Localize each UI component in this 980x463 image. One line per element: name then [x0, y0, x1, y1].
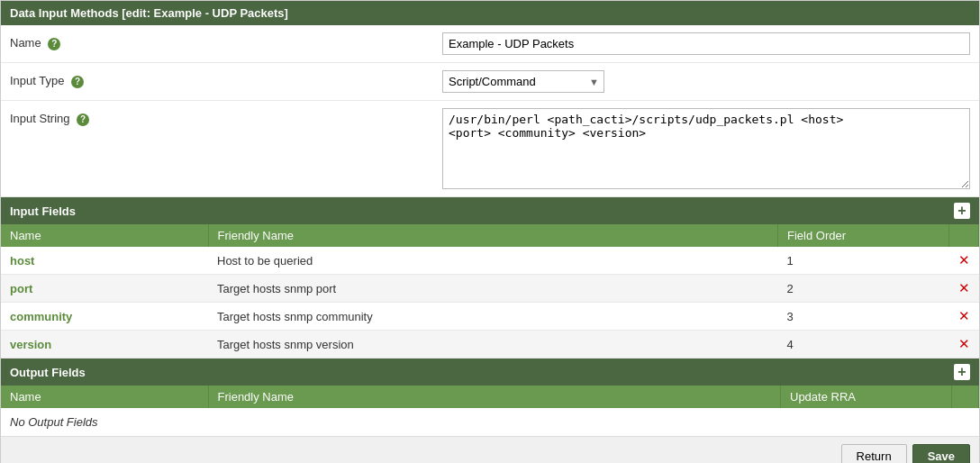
name-label: Name ? [10, 32, 442, 50]
field-name-cell: version [1, 331, 208, 359]
delete-field-button[interactable]: ✕ [958, 308, 970, 324]
col-friendly-header: Friendly Name [208, 224, 778, 247]
input-type-select-wrapper: Script/Command Script/Command (Indexed) … [442, 70, 604, 93]
field-friendly-cell: Target hosts snmp port [208, 275, 778, 303]
footer: Return Save [1, 436, 979, 463]
field-friendly-cell: Host to be queried [208, 247, 778, 275]
input-string-help-icon[interactable]: ? [77, 113, 89, 126]
input-string-label: Input String ? [10, 108, 442, 126]
out-col-action-header [952, 386, 979, 408]
field-order-cell: 3 [778, 303, 949, 331]
table-row: version Target hosts snmp version 4 ✕ [1, 331, 979, 359]
out-col-update-header: Update RRA [781, 386, 952, 408]
field-delete-cell: ✕ [949, 331, 979, 359]
delete-field-button[interactable]: ✕ [958, 280, 970, 296]
title-bar: Data Input Methods [edit: Example - UDP … [1, 1, 979, 25]
col-order-header: Field Order [778, 224, 949, 247]
table-row: community Target hosts snmp community 3 … [1, 303, 979, 331]
field-friendly-cell: Target hosts snmp version [208, 331, 778, 359]
field-name-cell: community [1, 303, 208, 331]
add-input-field-button[interactable]: + [954, 203, 970, 219]
delete-field-button[interactable]: ✕ [958, 252, 970, 268]
page-title: Data Input Methods [edit: Example - UDP … [10, 6, 288, 20]
input-fields-header: Input Fields + [1, 197, 979, 224]
add-output-field-button[interactable]: + [954, 364, 970, 380]
out-col-name-header: Name [1, 386, 208, 408]
field-delete-cell: ✕ [949, 303, 979, 331]
table-row: host Host to be queried 1 ✕ [1, 247, 979, 275]
field-delete-cell: ✕ [949, 247, 979, 275]
input-type-row: Input Type ? Script/Command Script/Comma… [1, 63, 979, 101]
col-action-header [949, 224, 979, 247]
field-order-cell: 2 [778, 275, 949, 303]
field-name-link[interactable]: host [10, 254, 34, 268]
field-name-link[interactable]: port [10, 282, 32, 295]
name-help-icon[interactable]: ? [48, 38, 60, 50]
field-name-cell: port [1, 275, 208, 303]
field-delete-cell: ✕ [949, 275, 979, 303]
field-order-cell: 4 [778, 331, 949, 359]
input-fields-table: Name Friendly Name Field Order host Host… [1, 224, 979, 359]
input-string-textarea[interactable]: /usr/bin/perl <path_cacti>/scripts/udp_p… [442, 108, 970, 189]
return-button[interactable]: Return [841, 444, 907, 463]
input-type-select[interactable]: Script/Command Script/Command (Indexed) … [442, 70, 604, 93]
input-fields-header-row: Name Friendly Name Field Order [1, 224, 979, 247]
field-name-cell: host [1, 247, 208, 275]
input-fields-title: Input Fields [10, 204, 76, 218]
field-friendly-cell: Target hosts snmp community [208, 303, 778, 331]
input-type-help-icon[interactable]: ? [71, 76, 84, 88]
delete-field-button[interactable]: ✕ [958, 336, 970, 352]
field-name-link[interactable]: community [10, 310, 72, 323]
table-row: port Target hosts snmp port 2 ✕ [1, 275, 979, 303]
no-output-fields: No Output Fields [1, 408, 979, 436]
input-string-row: Input String ? /usr/bin/perl <path_cacti… [1, 101, 979, 197]
field-name-link[interactable]: version [10, 338, 51, 351]
col-name-header: Name [1, 224, 208, 247]
page-wrapper: Data Input Methods [edit: Example - UDP … [0, 0, 980, 463]
save-button[interactable]: Save [912, 444, 970, 463]
out-col-friendly-header: Friendly Name [208, 386, 781, 408]
field-order-cell: 1 [778, 247, 949, 275]
input-type-label: Input Type ? [10, 70, 442, 88]
name-row: Name ? [1, 25, 979, 63]
output-fields-header: Output Fields + [1, 359, 979, 386]
name-input[interactable] [442, 32, 970, 55]
output-fields-table: Name Friendly Name Update RRA [1, 386, 979, 408]
output-fields-title: Output Fields [10, 366, 86, 379]
output-fields-header-row: Name Friendly Name Update RRA [1, 386, 979, 408]
form-section: Name ? Input Type ? Script/Command Scrip… [1, 25, 979, 197]
